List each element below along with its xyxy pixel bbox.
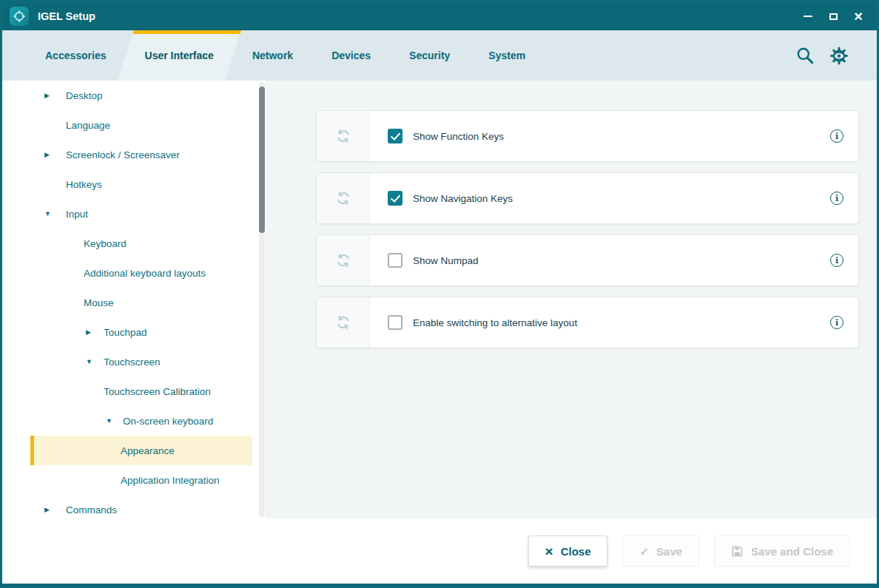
sidebar-item-label: Input [66, 209, 88, 220]
sidebar-item-application-integration[interactable]: Application Integration [2, 465, 266, 495]
tab-user-interface[interactable]: User Interface [126, 30, 233, 81]
sidebar-item-label: On-screen keyboard [123, 416, 213, 427]
check-icon: ✓ [639, 546, 649, 557]
sidebar-item-label: Desktop [66, 90, 103, 101]
maximize-icon [829, 13, 838, 20]
sync-icon [335, 128, 351, 144]
sidebar-item-label: Language [66, 120, 110, 131]
reset-to-default-button[interactable] [317, 235, 370, 285]
tree-collapsed-icon[interactable]: ▶ [44, 152, 66, 158]
tab-bar: Accessories User Interface Network Devic… [2, 30, 877, 81]
info-icon[interactable]: i [830, 254, 843, 267]
tab-system[interactable]: System [469, 30, 545, 81]
tab-network[interactable]: Network [233, 30, 312, 81]
save-button[interactable]: ✓ Save [622, 535, 699, 567]
window-title: IGEL Setup [38, 10, 95, 22]
tree-expanded-icon[interactable]: ▼ [44, 211, 66, 217]
reset-to-default-button[interactable] [317, 297, 370, 348]
igel-setup-window: IGEL Setup × Accessories User Interface … [0, 0, 879, 588]
tree-expanded-icon[interactable]: ▼ [86, 359, 104, 365]
setting-row-show-navigation-keys: Show Navigation Keys i [316, 172, 859, 224]
setting-row-show-function-keys: Show Function Keys i [316, 110, 859, 162]
minimize-icon [804, 16, 812, 17]
setting-row-enable-alternative-layout: Enable switching to alternative layout i [316, 297, 859, 348]
setting-label: Enable switching to alternative layout [413, 317, 577, 328]
sidebar-item-label: Screenlock / Screensaver [66, 149, 180, 160]
sidebar-item-hotkeys[interactable]: Hotkeys [2, 169, 266, 199]
sidebar-item-commands[interactable]: ▶ Commands [2, 495, 266, 518]
sync-icon [335, 314, 351, 331]
reset-to-default-button[interactable] [317, 111, 370, 161]
sidebar-item-input[interactable]: ▼ Input [2, 199, 266, 229]
sidebar-item-desktop[interactable]: ▶ Desktop [2, 81, 266, 110]
titlebar: IGEL Setup × [2, 2, 877, 30]
checkbox[interactable] [388, 315, 403, 330]
sidebar-item-label: Application Integration [121, 475, 220, 486]
save-and-close-button[interactable]: Save and Close [714, 535, 850, 567]
close-window-button[interactable]: × [846, 5, 871, 27]
tree-collapsed-icon[interactable]: ▶ [86, 329, 104, 336]
setting-row-show-numpad: Show Numpad i [316, 234, 859, 286]
footer-bar: × Close ✓ Save Save and Close [2, 518, 877, 584]
info-icon[interactable]: i [830, 316, 843, 329]
sidebar-item-language[interactable]: Language [2, 110, 266, 140]
close-button[interactable]: × Close [528, 535, 608, 567]
setting-label: Show Numpad [413, 255, 479, 266]
sync-icon [335, 252, 351, 268]
tree-collapsed-icon[interactable]: ▶ [44, 92, 66, 99]
sidebar-item-mouse[interactable]: Mouse [2, 288, 266, 317]
minimize-button[interactable] [795, 5, 821, 27]
floppy-icon [731, 545, 744, 558]
sidebar-item-label: Touchpad [104, 327, 147, 338]
sidebar-item-label: Additional keyboard layouts [84, 268, 206, 279]
sidebar-item-label: Hotkeys [66, 179, 102, 190]
sidebar-item-label: Touchscreen [104, 356, 161, 368]
setting-label: Show Navigation Keys [413, 193, 513, 204]
sidebar-item-touchpad[interactable]: ▶ Touchpad [2, 317, 266, 347]
sidebar-item-label: Mouse [84, 297, 114, 308]
tab-accessories[interactable]: Accessories [26, 30, 126, 81]
checkbox[interactable] [388, 191, 403, 206]
dial-icon [13, 10, 26, 23]
sidebar-item-additional-keyboard-layouts[interactable]: Additional keyboard layouts [2, 258, 266, 288]
checkbox[interactable] [388, 129, 403, 143]
sync-icon [335, 190, 351, 206]
search-icon[interactable] [795, 46, 815, 65]
tree-collapsed-icon[interactable]: ▶ [44, 507, 66, 513]
sidebar-scrollbar-thumb[interactable] [259, 87, 265, 233]
gear-eye-icon[interactable] [828, 46, 850, 66]
settings-panel: Show Function Keys i Show Navigation Key… [266, 81, 877, 518]
setting-label: Show Function Keys [413, 131, 504, 142]
info-icon[interactable]: i [830, 129, 843, 143]
checkbox[interactable] [388, 253, 403, 268]
tab-devices[interactable]: Devices [312, 30, 390, 81]
maximize-button[interactable] [821, 5, 846, 27]
close-x-icon: × [545, 544, 553, 558]
tree-expanded-icon[interactable]: ▼ [106, 418, 123, 425]
sidebar-item-screenlock-screensaver[interactable]: ▶ Screenlock / Screensaver [2, 140, 266, 169]
igel-logo [10, 7, 29, 26]
sidebar-item-label: Keyboard [84, 238, 127, 249]
info-icon[interactable]: i [830, 192, 843, 205]
close-icon: × [854, 9, 863, 24]
sidebar-item-keyboard[interactable]: Keyboard [2, 229, 266, 258]
sidebar-item-label: Commands [66, 504, 117, 516]
sidebar-tree: ▶ Desktop Language ▶ Screenlock / Screen… [2, 81, 266, 518]
tab-security[interactable]: Security [390, 30, 469, 81]
reset-to-default-button[interactable] [317, 173, 370, 223]
sidebar-item-label: Appearance [121, 445, 175, 456]
sidebar-item-touchscreen[interactable]: ▼ Touchscreen [2, 347, 266, 376]
sidebar-item-touchscreen-calibration[interactable]: Touchscreen Calibration [2, 376, 266, 406]
sidebar-item-appearance-selected[interactable]: Appearance [30, 436, 252, 465]
sidebar-item-label: Touchscreen Calibration [104, 386, 211, 397]
sidebar-item-on-screen-keyboard[interactable]: ▼ On-screen keyboard [2, 406, 266, 436]
